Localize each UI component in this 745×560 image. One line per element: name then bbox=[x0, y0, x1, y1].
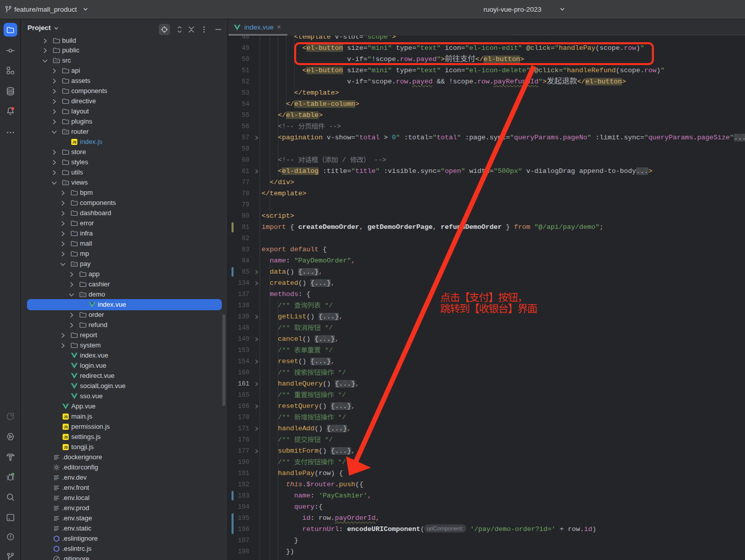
svg-text:JS: JS bbox=[64, 415, 68, 419]
svg-text:JS: JS bbox=[64, 446, 68, 449]
svg-text:JS: JS bbox=[64, 435, 68, 439]
svg-text:JS: JS bbox=[72, 140, 77, 144]
svg-text:JS: JS bbox=[64, 425, 68, 429]
